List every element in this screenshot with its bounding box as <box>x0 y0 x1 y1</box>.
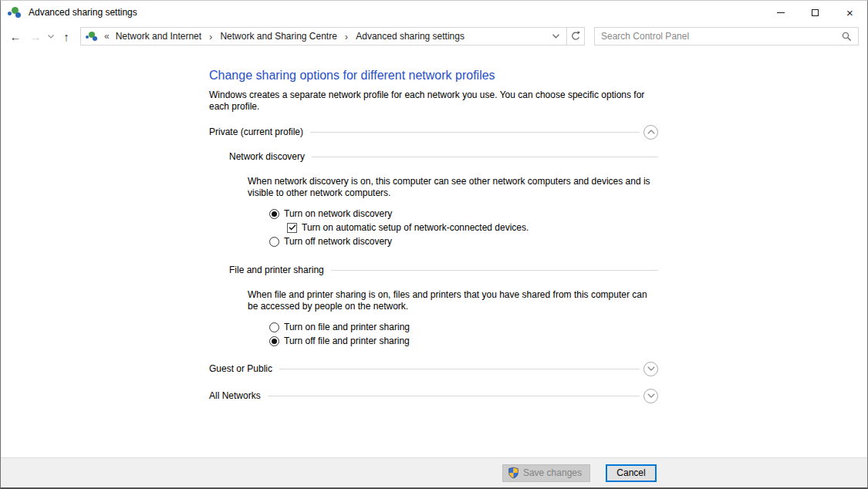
maximize-button[interactable] <box>798 1 833 24</box>
option-label[interactable]: Turn on automatic setup of network-conne… <box>302 222 529 233</box>
option-turn-on-network-discovery: Turn on network discovery <box>269 208 658 219</box>
cancel-button[interactable]: Cancel <box>606 464 657 482</box>
uac-shield-icon <box>508 467 519 479</box>
radio-turn-off-network-discovery[interactable] <box>269 237 279 247</box>
option-label[interactable]: Turn on file and printer sharing <box>284 322 410 332</box>
search-icon[interactable] <box>842 32 852 42</box>
breadcrumb-item-network-and-internet[interactable]: Network and Internet <box>115 29 202 43</box>
chevron-down-icon <box>48 35 54 39</box>
chevron-down-icon <box>647 393 655 398</box>
window-controls: × <box>763 1 867 24</box>
profile-label-all-networks: All Networks <box>209 390 261 401</box>
recent-pages-dropdown-button[interactable] <box>46 26 56 46</box>
radio-turn-on-network-discovery[interactable] <box>269 209 279 219</box>
option-turn-off-file-printer-sharing: Turn off file and printer sharing <box>269 336 658 346</box>
file-printer-description: When file and printer sharing is on, fil… <box>248 289 650 312</box>
option-label[interactable]: Turn off network discovery <box>284 236 392 247</box>
breadcrumb-separator-icon: › <box>345 32 348 42</box>
option-label[interactable]: Turn on network discovery <box>284 208 392 219</box>
network-sharing-icon <box>86 32 98 42</box>
radio-turn-on-file-printer-sharing[interactable] <box>269 322 279 332</box>
subsection-file-printer-sharing: File and printer sharing <box>229 263 658 277</box>
navigation-toolbar: ← → ↑ « Network and Internet › Network a… <box>1 24 867 49</box>
section-divider <box>310 132 640 133</box>
intro-text: Windows creates a separate network profi… <box>209 89 658 113</box>
section-divider <box>279 369 640 369</box>
window-title: Advanced sharing settings <box>29 7 137 18</box>
footer-button-bar: Save changes Cancel <box>1 457 867 487</box>
breadcrumb-item-network-and-sharing-centre[interactable]: Network and Sharing Centre <box>219 29 337 43</box>
subsection-label-file-printer-sharing: File and printer sharing <box>229 265 324 275</box>
address-history-dropdown-button[interactable] <box>548 28 563 45</box>
forward-button[interactable]: → <box>25 26 46 46</box>
profile-label-private: Private (current profile) <box>209 126 303 137</box>
section-divider <box>331 270 658 271</box>
chevron-down-icon <box>647 366 655 371</box>
section-divider <box>268 396 640 396</box>
subsection-network-discovery: Network discovery <box>229 150 658 164</box>
chevron-down-icon <box>552 34 559 39</box>
option-turn-on-file-printer-sharing: Turn on file and printer sharing <box>269 322 658 332</box>
up-button[interactable]: ↑ <box>56 26 76 46</box>
settings-content: Change sharing options for different net… <box>209 49 658 403</box>
breadcrumb-separator-icon: › <box>209 32 212 42</box>
collapse-private-button[interactable] <box>643 125 658 140</box>
cancel-label: Cancel <box>616 467 645 478</box>
profile-label-guest-or-public: Guest or Public <box>209 363 272 374</box>
close-button[interactable]: × <box>833 1 867 24</box>
breadcrumb-item-advanced-sharing-settings[interactable]: Advanced sharing settings <box>355 29 465 43</box>
profile-section-guest-or-public: Guest or Public <box>209 361 658 376</box>
radio-turn-off-file-printer-sharing[interactable] <box>269 336 279 346</box>
search-box <box>594 27 859 46</box>
save-changes-button[interactable]: Save changes <box>502 464 590 482</box>
profile-section-all-networks: All Networks <box>209 388 658 403</box>
option-label[interactable]: Turn off file and printer sharing <box>284 336 410 346</box>
minimize-icon <box>777 12 785 13</box>
network-discovery-description: When network discovery is on, this compu… <box>248 176 650 199</box>
refresh-button[interactable] <box>567 27 585 46</box>
chevron-up-icon <box>647 130 655 134</box>
checkmark-icon <box>289 224 296 231</box>
profile-section-private: Private (current profile) <box>209 124 658 140</box>
checkbox-auto-setup-devices[interactable] <box>287 223 297 233</box>
expand-all-networks-button[interactable] <box>643 389 658 403</box>
save-changes-label: Save changes <box>523 467 582 478</box>
maximize-icon <box>812 9 819 16</box>
address-bar[interactable]: « Network and Internet › Network and Sha… <box>80 27 567 46</box>
titlebar: Advanced sharing settings × <box>1 1 867 24</box>
expand-guest-or-public-button[interactable] <box>643 362 658 376</box>
breadcrumb-overflow-icon[interactable]: « <box>104 31 110 42</box>
network-sharing-app-icon <box>8 7 22 19</box>
minimize-button[interactable] <box>763 1 798 24</box>
option-auto-setup-devices: Turn on automatic setup of network-conne… <box>287 222 658 233</box>
refresh-icon <box>570 31 581 42</box>
section-divider <box>312 157 658 157</box>
search-input[interactable] <box>601 31 842 42</box>
back-button[interactable]: ← <box>5 26 25 46</box>
advanced-sharing-settings-window: Advanced sharing settings × ← → ↑ « Netw… <box>0 0 868 489</box>
subsection-label-network-discovery: Network discovery <box>229 151 305 162</box>
option-turn-off-network-discovery: Turn off network discovery <box>269 236 658 247</box>
close-icon: × <box>846 7 853 19</box>
page-title: Change sharing options for different net… <box>209 69 658 83</box>
